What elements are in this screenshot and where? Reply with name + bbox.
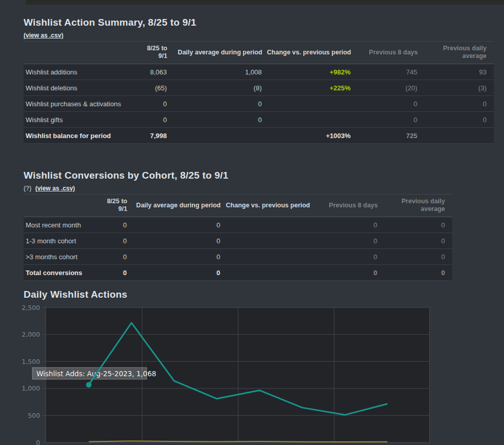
row-label: Total conversions — [24, 265, 96, 281]
cell-period: 0 — [96, 249, 127, 265]
table-row: >3 months cohort 0 0 0 0 — [24, 249, 452, 265]
summary-view-as-csv-link[interactable]: (view as .csv) — [24, 32, 63, 39]
cohort-section-title: Wishlist Conversions by Cohort, 8/25 to … — [24, 170, 452, 181]
row-label: Most recent month — [24, 217, 96, 233]
cohort-table: 8/25 to 9/1 Daily average during period … — [24, 195, 452, 281]
cell-period: 0 — [96, 233, 127, 249]
cell-prev8: 0 — [310, 265, 378, 281]
y-axis-label: 500 — [28, 412, 40, 419]
cell-change: +982% — [262, 64, 351, 80]
table-row-total: Wishlist balance for period 7,998 +1003%… — [24, 128, 494, 144]
summary-header-row: 8/25 to 9/1 Daily average during period … — [24, 42, 494, 64]
cell-prev-daily: 93 — [418, 64, 494, 80]
cell-daily-avg: 0 — [127, 217, 221, 233]
cell-prev-daily: 0 — [378, 265, 452, 281]
cell-period: 0 — [137, 96, 167, 112]
cell-prev8: 0 — [310, 233, 378, 249]
top-divider-strip — [26, 0, 504, 5]
cell-prev-daily: 0 — [378, 249, 452, 265]
table-row-total: Total conversions 0 0 0 0 — [24, 265, 452, 281]
cell-prev-daily: 0 — [378, 233, 452, 249]
cell-change: +225% — [262, 80, 351, 96]
cohort-col-change: Change vs. previous period — [221, 195, 310, 217]
cell-daily-avg: 0 — [167, 112, 262, 128]
cell-daily-avg: (8) — [167, 80, 262, 96]
summary-col-label — [24, 42, 137, 64]
wishlist-action-summary-section: Wishlist Action Summary, 8/25 to 9/1 (vi… — [24, 17, 494, 144]
cell-daily-avg: 0 — [127, 265, 221, 281]
cell-change — [262, 96, 351, 112]
y-axis-label: 2,000 — [22, 331, 40, 338]
cell-period: (65) — [137, 80, 167, 96]
cohort-header-row: 8/25 to 9/1 Daily average during period … — [24, 195, 452, 217]
y-axis-label: 1,000 — [22, 384, 40, 392]
summary-table: 8/25 to 9/1 Daily average during period … — [24, 42, 494, 144]
cell-change — [221, 233, 310, 249]
wishlist-conversions-section: Wishlist Conversions by Cohort, 8/25 to … — [24, 170, 452, 281]
row-label: Wishlist deletions — [24, 80, 137, 96]
table-row: Wishlist deletions (65) (8) +225% (20) (… — [24, 80, 494, 96]
cell-period: 7,998 — [137, 128, 167, 144]
cohort-csv-row: (?) (view as .csv) — [24, 185, 452, 195]
cohort-col-label — [24, 195, 96, 217]
cell-change: +1003% — [262, 128, 351, 144]
y-axis-label: 2,500 — [22, 304, 40, 312]
cell-period: 0 — [137, 112, 167, 128]
hovered-point-marker — [86, 382, 92, 388]
cell-prev8: 0 — [310, 249, 378, 265]
cell-prev-daily: 0 — [418, 96, 494, 112]
daily-wishlist-chart[interactable]: 05001,0001,5002,0002,500Wishlist Adds: A… — [0, 302, 504, 445]
cell-prev-daily: (3) — [418, 80, 494, 96]
summary-col-daily-avg: Daily average during period — [167, 42, 262, 64]
row-label: >3 months cohort — [24, 249, 96, 265]
summary-section-title: Wishlist Action Summary, 8/25 to 9/1 — [24, 17, 494, 28]
cell-prev-daily: 0 — [418, 112, 494, 128]
cell-prev8: 0 — [351, 112, 418, 128]
cell-prev8: 745 — [351, 64, 418, 80]
cell-period: 0 — [96, 265, 127, 281]
cell-prev8: 725 — [351, 128, 418, 144]
table-row: 1-3 month cohort 0 0 0 0 — [24, 233, 452, 249]
cell-change — [221, 249, 310, 265]
table-row: Wishlist additions 8,063 1,008 +982% 745… — [24, 64, 494, 80]
cohort-col-daily-avg: Daily average during period — [127, 195, 221, 217]
cell-daily-avg — [167, 128, 262, 144]
row-label: Wishlist purchases & activations — [24, 96, 137, 112]
cell-prev8: 0 — [310, 217, 378, 233]
table-row: Wishlist gifts 0 0 0 0 — [24, 112, 494, 128]
table-row: Most recent month 0 0 0 0 — [24, 217, 452, 233]
cell-prev-daily: 0 — [378, 217, 452, 233]
cohort-view-as-csv-link[interactable]: (view as .csv) — [35, 185, 75, 192]
chart-title: Daily Wishlist Actions — [24, 289, 127, 300]
cell-period: 0 — [96, 217, 127, 233]
summary-col-prev8: Previous 8 days — [351, 42, 418, 64]
cell-change — [221, 265, 310, 281]
cohort-col-period: 8/25 to 9/1 — [96, 195, 127, 217]
cell-period: 8,063 — [137, 64, 167, 80]
summary-csv-row: (view as .csv) — [24, 32, 494, 42]
table-row: Wishlist purchases & activations 0 0 0 0 — [24, 96, 494, 112]
daily-wishlist-actions-section: Daily Wishlist Actions — [24, 289, 127, 300]
row-label: Wishlist gifts — [24, 112, 137, 128]
cohort-col-prev-daily: Previous daily average — [378, 195, 452, 217]
cell-daily-avg: 0 — [127, 249, 221, 265]
summary-col-prev-daily: Previous daily average — [418, 42, 494, 64]
summary-col-period: 8/25 to 9/1 — [137, 42, 167, 64]
cell-daily-avg: 0 — [167, 96, 262, 112]
cell-prev-daily — [418, 128, 494, 144]
cell-change — [262, 112, 351, 128]
y-axis-label: 0 — [36, 439, 40, 445]
cohort-help-link[interactable]: (?) — [24, 185, 31, 192]
row-label: Wishlist additions — [24, 64, 137, 80]
cell-daily-avg: 1,008 — [167, 64, 262, 80]
cell-change — [221, 217, 310, 233]
y-axis-label: 1,500 — [22, 358, 40, 365]
summary-col-change: Change vs. previous period — [262, 42, 351, 64]
cohort-col-prev8: Previous 8 days — [310, 195, 378, 217]
cell-prev8: 0 — [351, 96, 418, 112]
cell-daily-avg: 0 — [127, 233, 221, 249]
cell-prev8: (20) — [351, 80, 418, 96]
row-label: Wishlist balance for period — [24, 128, 137, 144]
row-label: 1-3 month cohort — [24, 233, 96, 249]
